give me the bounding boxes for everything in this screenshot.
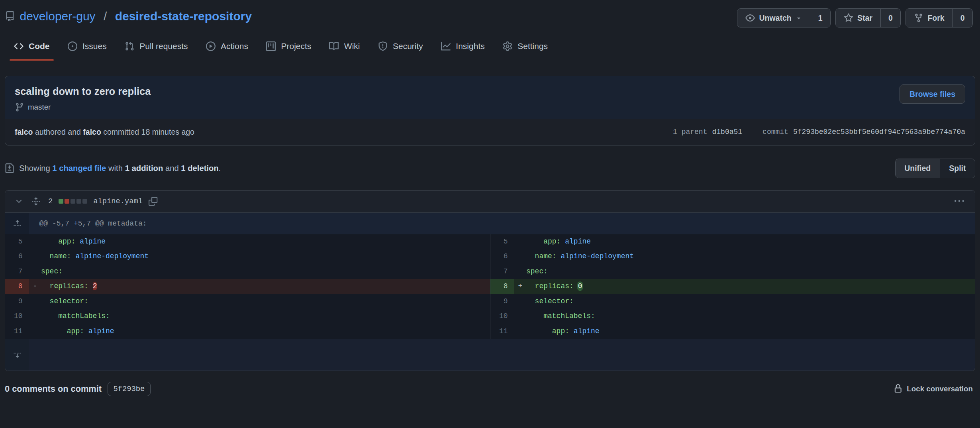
diff-marker xyxy=(29,234,41,249)
code-text: app: alpine xyxy=(41,234,490,249)
line-number[interactable]: 7 xyxy=(5,264,29,279)
diff-filename[interactable]: alpine.yaml xyxy=(93,197,143,206)
tab-label: Wiki xyxy=(344,41,360,51)
collapse-chevron-down-icon[interactable] xyxy=(15,197,23,206)
code-text: name: alpine-deployment xyxy=(41,249,490,264)
fork-label: Fork xyxy=(927,14,944,23)
commit-branch[interactable]: master xyxy=(15,102,151,112)
diff-right-line-7: 7spec: xyxy=(490,264,975,279)
line-number[interactable]: 6 xyxy=(490,249,514,264)
line-number[interactable]: 5 xyxy=(490,234,514,249)
fork-button[interactable]: Fork xyxy=(906,9,952,27)
committer-name[interactable]: falco xyxy=(83,128,101,136)
committed-tail: committed 18 minutes ago xyxy=(101,128,194,136)
fold-up-icon xyxy=(13,219,22,228)
tab-issues[interactable]: Issues xyxy=(59,33,116,60)
tab-settings[interactable]: Settings xyxy=(494,33,557,60)
tab-label: Insights xyxy=(456,41,484,51)
repo-owner-link[interactable]: developer-guy xyxy=(20,7,96,25)
browse-files-button[interactable]: Browse files xyxy=(900,84,965,104)
file-options-kebab-icon[interactable] xyxy=(955,196,964,206)
tab-insights[interactable]: Insights xyxy=(432,33,494,60)
code-text: matchLabels: xyxy=(41,309,490,324)
hunk-header-row: @@ -5,7 +5,7 @@ metadata: xyxy=(5,213,975,234)
star-button[interactable]: Star xyxy=(836,9,880,27)
line-number[interactable]: 8 xyxy=(5,279,29,294)
parent-sha-link[interactable]: d1b0a51 xyxy=(712,128,742,136)
diffstat-square-neutral xyxy=(76,199,81,204)
unwatch-button[interactable]: Unwatch xyxy=(737,9,810,27)
repo-name-link[interactable]: desired-state-repository xyxy=(115,7,252,25)
tab-label: Code xyxy=(29,41,50,51)
code-text: name: alpine-deployment xyxy=(526,249,975,264)
expand-down-button[interactable] xyxy=(5,339,29,371)
copy-path-icon[interactable] xyxy=(149,197,158,206)
commit-footer: 0 comments on commit 5f293be Lock conver… xyxy=(5,382,973,396)
code-text: app: alpine xyxy=(526,234,975,249)
line-number[interactable]: 11 xyxy=(5,324,29,339)
commit-label: commit xyxy=(762,128,788,136)
file-diff-icon xyxy=(5,163,14,173)
repo-header: developer-guy / desired-state-repository… xyxy=(0,0,980,27)
line-number[interactable]: 11 xyxy=(490,324,514,339)
star-count[interactable]: 0 xyxy=(880,9,901,27)
diffstat-square-del xyxy=(65,199,69,204)
git-branch-icon xyxy=(15,102,24,112)
expand-up-button[interactable] xyxy=(5,213,29,234)
tab-actions[interactable]: Actions xyxy=(197,33,257,60)
line-number[interactable]: 10 xyxy=(5,309,29,324)
tab-label: Actions xyxy=(221,41,248,51)
commit-meta: falco authored and falco committed 18 mi… xyxy=(5,119,975,145)
hunk-header-text: @@ -5,7 +5,7 @@ metadata: xyxy=(29,213,147,234)
tab-label: Pull requests xyxy=(139,41,188,51)
line-number[interactable]: 9 xyxy=(490,294,514,309)
comments-summary: 0 comments on commit 5f293be xyxy=(5,382,151,396)
diff-left-line-5: 5 app: alpine xyxy=(5,234,490,249)
commit-header: scaling down to zero replica master Brow… xyxy=(5,76,975,119)
code-text: replicas: 0 xyxy=(526,279,975,294)
repo-nav: CodeIssuesPull requestsActionsProjectsWi… xyxy=(0,33,980,60)
tab-pull-requests[interactable]: Pull requests xyxy=(116,33,197,60)
line-number[interactable]: 7 xyxy=(490,264,514,279)
tab-label: Security xyxy=(393,41,423,51)
diff-marker xyxy=(29,294,41,309)
pr-icon xyxy=(125,41,134,51)
diff-marker: + xyxy=(514,279,526,294)
shield-icon xyxy=(378,41,388,51)
fork-button-group: Fork0 xyxy=(906,8,973,27)
diff-marker: - xyxy=(29,279,41,294)
fork-count[interactable]: 0 xyxy=(952,9,972,27)
repo-icon xyxy=(5,11,15,22)
diff-marker xyxy=(29,324,41,339)
tab-code[interactable]: Code xyxy=(5,33,59,60)
author-name[interactable]: falco xyxy=(15,128,33,136)
commit-header-left: scaling down to zero replica master xyxy=(15,84,151,112)
graph-icon xyxy=(441,41,451,51)
expand-all-unfold-icon[interactable] xyxy=(31,197,41,206)
star-button-group: Star0 xyxy=(835,8,901,27)
triangle-down-icon xyxy=(795,14,802,22)
line-number[interactable]: 9 xyxy=(5,294,29,309)
social-buttons: Unwatch1Star0Fork0 xyxy=(737,7,973,27)
project-icon xyxy=(266,41,276,51)
lock-conversation-button[interactable]: Lock conversation xyxy=(894,384,973,393)
gear-icon xyxy=(503,41,512,51)
tab-projects[interactable]: Projects xyxy=(257,33,320,60)
unwatch-count[interactable]: 1 xyxy=(810,9,830,27)
changed-lines-count: 2 xyxy=(48,197,53,206)
parent-sha-pair: 1 parent d1b0a51 xyxy=(673,128,742,136)
fork-icon xyxy=(914,13,923,23)
line-number[interactable]: 5 xyxy=(5,234,29,249)
view-option-unified[interactable]: Unified xyxy=(896,159,940,178)
line-number[interactable]: 10 xyxy=(490,309,514,324)
line-number[interactable]: 6 xyxy=(5,249,29,264)
diff-marker xyxy=(514,234,526,249)
diff-left-line-9: 9 selector: xyxy=(5,294,490,309)
changed-files-link[interactable]: 1 changed file xyxy=(52,164,106,173)
tab-wiki[interactable]: Wiki xyxy=(320,33,369,60)
tab-security[interactable]: Security xyxy=(369,33,432,60)
view-option-split[interactable]: Split xyxy=(940,159,975,178)
commit-title: scaling down to zero replica xyxy=(15,84,151,98)
line-number[interactable]: 8 xyxy=(490,279,514,294)
diff-footer-row xyxy=(5,339,975,371)
